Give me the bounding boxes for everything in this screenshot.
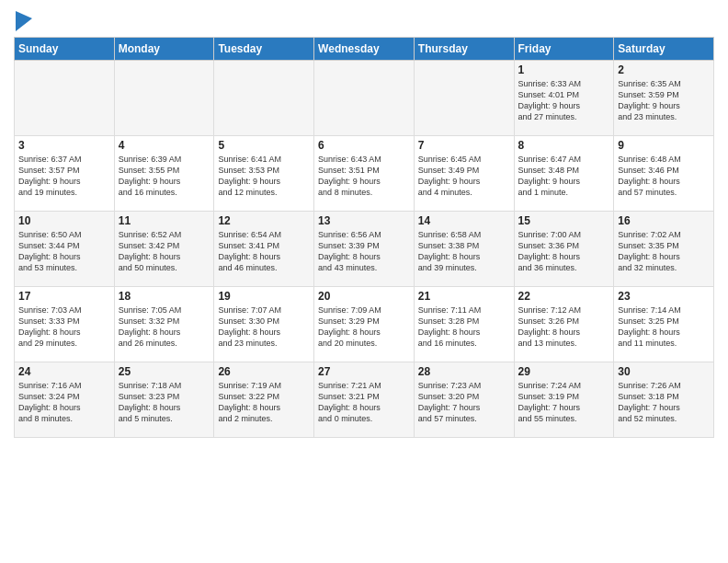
weekday-header-thursday: Thursday bbox=[414, 38, 514, 61]
day-number: 22 bbox=[518, 290, 610, 303]
calendar-cell: 17Sunrise: 7:03 AMSunset: 3:33 PMDayligh… bbox=[15, 287, 115, 362]
calendar-cell bbox=[414, 61, 514, 136]
day-number: 6 bbox=[318, 139, 410, 152]
calendar-header: SundayMondayTuesdayWednesdayThursdayFrid… bbox=[15, 38, 714, 61]
calendar-cell: 12Sunrise: 6:54 AMSunset: 3:41 PMDayligh… bbox=[214, 212, 314, 287]
calendar-cell: 26Sunrise: 7:19 AMSunset: 3:22 PMDayligh… bbox=[214, 362, 314, 438]
calendar-cell: 21Sunrise: 7:11 AMSunset: 3:28 PMDayligh… bbox=[414, 287, 514, 362]
day-number: 24 bbox=[18, 365, 110, 378]
calendar-cell bbox=[314, 61, 415, 136]
day-info: Sunrise: 6:54 AMSunset: 3:41 PMDaylight:… bbox=[218, 229, 310, 274]
day-number: 3 bbox=[18, 139, 110, 152]
day-info: Sunrise: 6:45 AMSunset: 3:49 PMDaylight:… bbox=[418, 154, 510, 199]
calendar-cell: 16Sunrise: 7:02 AMSunset: 3:35 PMDayligh… bbox=[614, 212, 714, 287]
day-info: Sunrise: 7:02 AMSunset: 3:35 PMDaylight:… bbox=[618, 229, 710, 274]
day-number: 15 bbox=[518, 214, 610, 227]
day-info: Sunrise: 7:24 AMSunset: 3:19 PMDaylight:… bbox=[518, 380, 610, 425]
day-number: 17 bbox=[18, 290, 110, 303]
calendar-cell: 25Sunrise: 7:18 AMSunset: 3:23 PMDayligh… bbox=[114, 362, 214, 438]
calendar-cell: 6Sunrise: 6:43 AMSunset: 3:51 PMDaylight… bbox=[314, 136, 415, 212]
calendar-cell: 28Sunrise: 7:23 AMSunset: 3:20 PMDayligh… bbox=[414, 362, 514, 438]
day-info: Sunrise: 6:41 AMSunset: 3:53 PMDaylight:… bbox=[218, 154, 310, 199]
day-info: Sunrise: 7:09 AMSunset: 3:29 PMDaylight:… bbox=[318, 304, 410, 350]
day-number: 21 bbox=[418, 290, 510, 303]
calendar-cell: 1Sunrise: 6:33 AMSunset: 4:01 PMDaylight… bbox=[514, 61, 614, 136]
day-number: 16 bbox=[618, 214, 710, 227]
day-info: Sunrise: 7:26 AMSunset: 3:18 PMDaylight:… bbox=[618, 380, 710, 425]
day-info: Sunrise: 7:12 AMSunset: 3:26 PMDaylight:… bbox=[518, 304, 610, 350]
weekday-header-friday: Friday bbox=[514, 38, 614, 61]
calendar-cell: 27Sunrise: 7:21 AMSunset: 3:21 PMDayligh… bbox=[314, 362, 415, 438]
day-info: Sunrise: 7:16 AMSunset: 3:24 PMDaylight:… bbox=[18, 380, 110, 425]
calendar-cell: 11Sunrise: 6:52 AMSunset: 3:42 PMDayligh… bbox=[114, 212, 214, 287]
day-number: 18 bbox=[119, 290, 210, 303]
day-info: Sunrise: 6:52 AMSunset: 3:42 PMDaylight:… bbox=[119, 229, 210, 274]
day-number: 5 bbox=[218, 139, 310, 152]
calendar-cell: 18Sunrise: 7:05 AMSunset: 3:32 PMDayligh… bbox=[114, 287, 214, 362]
day-info: Sunrise: 6:37 AMSunset: 3:57 PMDaylight:… bbox=[18, 154, 110, 199]
calendar-cell: 5Sunrise: 6:41 AMSunset: 3:53 PMDaylight… bbox=[214, 136, 314, 212]
day-number: 1 bbox=[518, 63, 610, 76]
day-number: 30 bbox=[618, 365, 710, 378]
calendar-cell: 22Sunrise: 7:12 AMSunset: 3:26 PMDayligh… bbox=[514, 287, 614, 362]
day-number: 2 bbox=[618, 63, 710, 76]
calendar-cell: 30Sunrise: 7:26 AMSunset: 3:18 PMDayligh… bbox=[614, 362, 714, 438]
calendar-cell: 14Sunrise: 6:58 AMSunset: 3:38 PMDayligh… bbox=[414, 212, 514, 287]
calendar-cell: 20Sunrise: 7:09 AMSunset: 3:29 PMDayligh… bbox=[314, 287, 415, 362]
day-number: 10 bbox=[18, 214, 110, 227]
day-number: 7 bbox=[418, 139, 510, 152]
calendar-week-row: 3Sunrise: 6:37 AMSunset: 3:57 PMDaylight… bbox=[15, 136, 714, 212]
day-number: 12 bbox=[218, 214, 310, 227]
calendar-cell: 9Sunrise: 6:48 AMSunset: 3:46 PMDaylight… bbox=[614, 136, 714, 212]
calendar-cell: 29Sunrise: 7:24 AMSunset: 3:19 PMDayligh… bbox=[514, 362, 614, 438]
calendar-week-row: 10Sunrise: 6:50 AMSunset: 3:44 PMDayligh… bbox=[15, 212, 714, 287]
calendar-cell: 19Sunrise: 7:07 AMSunset: 3:30 PMDayligh… bbox=[214, 287, 314, 362]
day-number: 28 bbox=[418, 365, 510, 378]
day-info: Sunrise: 6:48 AMSunset: 3:46 PMDaylight:… bbox=[618, 154, 710, 199]
calendar-body: 1Sunrise: 6:33 AMSunset: 4:01 PMDaylight… bbox=[15, 61, 714, 438]
day-number: 13 bbox=[318, 214, 410, 227]
calendar-week-row: 24Sunrise: 7:16 AMSunset: 3:24 PMDayligh… bbox=[15, 362, 714, 438]
day-number: 8 bbox=[518, 139, 610, 152]
weekday-header-wednesday: Wednesday bbox=[314, 38, 415, 61]
day-number: 4 bbox=[119, 139, 210, 152]
calendar-cell: 8Sunrise: 6:47 AMSunset: 3:48 PMDaylight… bbox=[514, 136, 614, 212]
day-info: Sunrise: 6:33 AMSunset: 4:01 PMDaylight:… bbox=[518, 78, 610, 123]
day-info: Sunrise: 6:56 AMSunset: 3:39 PMDaylight:… bbox=[318, 229, 410, 274]
day-info: Sunrise: 7:07 AMSunset: 3:30 PMDaylight:… bbox=[218, 304, 310, 350]
day-info: Sunrise: 7:18 AMSunset: 3:23 PMDaylight:… bbox=[119, 380, 210, 425]
calendar-cell: 4Sunrise: 6:39 AMSunset: 3:55 PMDaylight… bbox=[114, 136, 214, 212]
day-info: Sunrise: 6:58 AMSunset: 3:38 PMDaylight:… bbox=[418, 229, 510, 274]
day-info: Sunrise: 6:35 AMSunset: 3:59 PMDaylight:… bbox=[618, 78, 710, 123]
day-number: 19 bbox=[218, 290, 310, 303]
calendar-cell bbox=[214, 61, 314, 136]
header bbox=[14, 9, 714, 31]
calendar-cell: 2Sunrise: 6:35 AMSunset: 3:59 PMDaylight… bbox=[614, 61, 714, 136]
calendar-week-row: 17Sunrise: 7:03 AMSunset: 3:33 PMDayligh… bbox=[15, 287, 714, 362]
day-info: Sunrise: 7:11 AMSunset: 3:28 PMDaylight:… bbox=[418, 304, 510, 350]
calendar-cell bbox=[15, 61, 115, 136]
logo-icon bbox=[16, 11, 32, 31]
day-number: 27 bbox=[318, 365, 410, 378]
day-info: Sunrise: 6:43 AMSunset: 3:51 PMDaylight:… bbox=[318, 154, 410, 199]
day-number: 25 bbox=[119, 365, 210, 378]
svg-marker-0 bbox=[16, 11, 32, 31]
calendar-cell: 10Sunrise: 6:50 AMSunset: 3:44 PMDayligh… bbox=[15, 212, 115, 287]
calendar-container: SundayMondayTuesdayWednesdayThursdayFrid… bbox=[0, 0, 728, 442]
calendar-cell: 3Sunrise: 6:37 AMSunset: 3:57 PMDaylight… bbox=[15, 136, 115, 212]
calendar-cell: 24Sunrise: 7:16 AMSunset: 3:24 PMDayligh… bbox=[15, 362, 115, 438]
calendar-table: SundayMondayTuesdayWednesdayThursdayFrid… bbox=[14, 37, 714, 438]
calendar-week-row: 1Sunrise: 6:33 AMSunset: 4:01 PMDaylight… bbox=[15, 61, 714, 136]
weekday-header-saturday: Saturday bbox=[614, 38, 714, 61]
calendar-cell bbox=[114, 61, 214, 136]
calendar-cell: 13Sunrise: 6:56 AMSunset: 3:39 PMDayligh… bbox=[314, 212, 415, 287]
day-info: Sunrise: 7:21 AMSunset: 3:21 PMDaylight:… bbox=[318, 380, 410, 425]
day-number: 23 bbox=[618, 290, 710, 303]
weekday-header-sunday: Sunday bbox=[15, 38, 115, 61]
day-info: Sunrise: 7:03 AMSunset: 3:33 PMDaylight:… bbox=[18, 304, 110, 350]
day-number: 9 bbox=[618, 139, 710, 152]
day-info: Sunrise: 6:47 AMSunset: 3:48 PMDaylight:… bbox=[518, 154, 610, 199]
calendar-cell: 7Sunrise: 6:45 AMSunset: 3:49 PMDaylight… bbox=[414, 136, 514, 212]
weekday-header-row: SundayMondayTuesdayWednesdayThursdayFrid… bbox=[15, 38, 714, 61]
calendar-cell: 15Sunrise: 7:00 AMSunset: 3:36 PMDayligh… bbox=[514, 212, 614, 287]
